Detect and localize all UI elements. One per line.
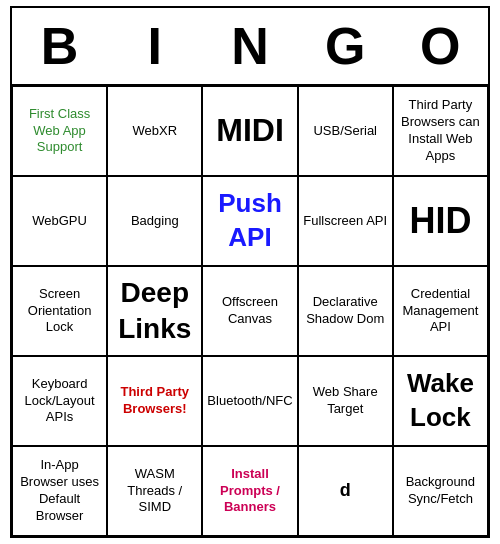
bingo-cell-7: Push API <box>202 176 297 266</box>
header-n: N <box>202 16 297 76</box>
bingo-cell-21: WASM Threads / SIMD <box>107 446 202 536</box>
bingo-cell-12: Offscreen Canvas <box>202 266 297 356</box>
bingo-cell-23: d <box>298 446 393 536</box>
bingo-cell-13: Declarative Shadow Dom <box>298 266 393 356</box>
header-o: O <box>393 16 488 76</box>
bingo-cell-6: Badging <box>107 176 202 266</box>
bingo-header: B I N G O <box>12 8 488 86</box>
bingo-cell-24: Background Sync/Fetch <box>393 446 488 536</box>
bingo-cell-4: Third Party Browsers can Install Web App… <box>393 86 488 176</box>
bingo-grid: First Class Web App SupportWebXRMIDIUSB/… <box>12 86 488 536</box>
bingo-cell-11: Deep Links <box>107 266 202 356</box>
bingo-cell-18: Web Share Target <box>298 356 393 446</box>
header-g: G <box>298 16 393 76</box>
bingo-cell-16: Third Party Browsers! <box>107 356 202 446</box>
bingo-cell-0: First Class Web App Support <box>12 86 107 176</box>
header-b: B <box>12 16 107 76</box>
bingo-cell-14: Credential Management API <box>393 266 488 356</box>
bingo-cell-1: WebXR <box>107 86 202 176</box>
bingo-cell-17: Bluetooth/NFC <box>202 356 297 446</box>
bingo-card: B I N G O First Class Web App SupportWeb… <box>10 6 490 538</box>
bingo-cell-22: Install Prompts / Banners <box>202 446 297 536</box>
bingo-cell-9: HID <box>393 176 488 266</box>
header-i: I <box>107 16 202 76</box>
bingo-cell-20: In-App Browser uses Default Browser <box>12 446 107 536</box>
bingo-cell-3: USB/Serial <box>298 86 393 176</box>
bingo-cell-10: Screen Orientation Lock <box>12 266 107 356</box>
bingo-cell-19: Wake Lock <box>393 356 488 446</box>
bingo-cell-8: Fullscreen API <box>298 176 393 266</box>
bingo-cell-2: MIDI <box>202 86 297 176</box>
bingo-cell-5: WebGPU <box>12 176 107 266</box>
bingo-cell-15: Keyboard Lock/Layout APIs <box>12 356 107 446</box>
